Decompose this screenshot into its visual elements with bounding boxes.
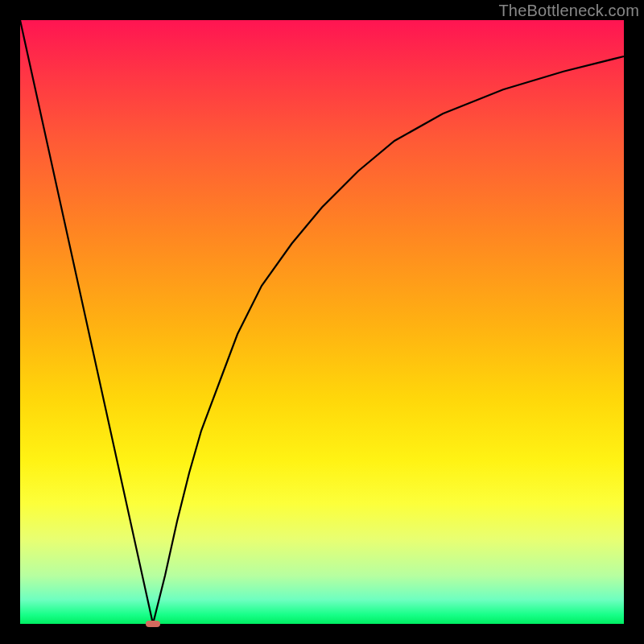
chart-frame: TheBottleneck.com <box>0 0 644 644</box>
min-marker <box>146 621 160 627</box>
bottleneck-curve <box>20 20 624 624</box>
plot-area <box>20 20 624 624</box>
watermark-text: TheBottleneck.com <box>498 2 639 20</box>
curve-layer <box>20 20 624 624</box>
